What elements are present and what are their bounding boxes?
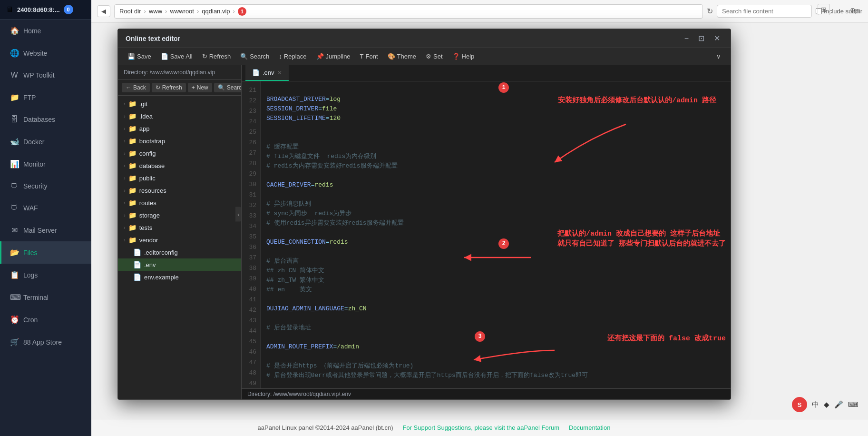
save-all-button[interactable]: 📄 Save All — [157, 51, 196, 62]
save-all-icon: 📄 — [161, 53, 168, 60]
code-line[interactable]: ## en 英文 — [266, 285, 725, 295]
code-line[interactable] — [266, 314, 725, 323]
tree-refresh-button[interactable]: ↻ Refresh — [152, 83, 186, 92]
support-link[interactable]: For Support Suggestions, please visit th… — [402, 424, 559, 431]
tree-item-label: resources — [139, 187, 166, 194]
code-line[interactable] — [266, 133, 725, 142]
tree-search-button[interactable]: 🔍 Search — [214, 83, 242, 92]
code-line[interactable] — [266, 123, 725, 133]
tree-item[interactable]: › 📁 routes — [118, 197, 241, 209]
code-line[interactable]: # 是否开启https （前端开启了后端也必须为true) — [266, 361, 725, 371]
code-line[interactable]: ## zh_TW 繁体中文 — [266, 276, 725, 285]
sidebar-label-cron: Cron — [23, 316, 38, 324]
sidebar-item-cron[interactable]: ⏰ Cron — [0, 308, 91, 331]
sidebar-item-website[interactable]: 🌐 Website — [0, 42, 91, 64]
code-line[interactable]: SESSION_DRIVER=file — [266, 104, 725, 114]
font-button[interactable]: T Font — [356, 51, 382, 62]
help-button[interactable]: ❓ Help — [449, 51, 478, 62]
sidebar-item-app-store[interactable]: 🛒 88 App Store — [0, 331, 91, 353]
sidebar-item-security[interactable]: 🛡 Security — [0, 175, 91, 197]
system-tray: S 中 ◆ 🎤 ⌨ — [792, 397, 858, 412]
sidebar-item-mail-server[interactable]: ✉ Mail Server — [0, 219, 91, 241]
modal-controls: − ⊡ ✕ — [682, 33, 723, 44]
sidebar-item-logs[interactable]: 📋 Logs — [0, 264, 91, 286]
tree-new-button[interactable]: + New — [188, 83, 212, 92]
settings-icon: ⚙ — [426, 53, 431, 60]
code-line[interactable]: # sync为同步 redis为异步 — [266, 209, 725, 218]
code-line[interactable]: # 异步消息队列 — [266, 199, 725, 209]
path-refresh-button[interactable]: ↻ — [707, 7, 713, 16]
sidebar-item-terminal[interactable]: ⌨ Terminal — [0, 286, 91, 308]
modal-minimize-button[interactable]: − — [682, 33, 692, 44]
code-line[interactable]: # 缓存配置 — [266, 142, 725, 152]
tree-item[interactable]: › 📁 database — [118, 159, 241, 172]
tree-item[interactable]: › 📁 tests — [118, 221, 241, 234]
tree-item[interactable]: › 📁 config — [118, 147, 241, 159]
code-line[interactable] — [266, 171, 725, 180]
theme-button[interactable]: 🎨 Theme — [384, 51, 420, 62]
code-line[interactable] — [266, 380, 725, 388]
search-file-input[interactable] — [717, 5, 812, 18]
sidebar-item-ftp[interactable]: 📁 FTP — [0, 86, 91, 109]
code-line[interactable] — [266, 190, 725, 199]
tree-item-label: tests — [139, 224, 152, 231]
code-line[interactable]: # file为磁盘文件 redis为内存级别 — [266, 152, 725, 161]
tree-item[interactable]: 📄 env.example — [118, 271, 241, 283]
sidebar-item-monitor[interactable]: 📊 Monitor — [0, 153, 91, 175]
tree-new-icon: + — [192, 84, 195, 91]
collapse-panel-button[interactable]: ‹ — [235, 207, 241, 222]
tree-item[interactable]: › 📁 resources — [118, 184, 241, 197]
sidebar-item-waf[interactable]: 🛡 WAF — [0, 197, 91, 219]
code-line[interactable]: DUJIAO_ADMIN_LANGUAGE=zh_CN — [266, 304, 725, 314]
tree-item[interactable]: › 📁 app — [118, 122, 241, 135]
grid-view-button[interactable]: ⊞ — [818, 4, 830, 15]
code-line[interactable]: ## zh_CN 简体中文 — [266, 266, 725, 276]
code-editor[interactable]: 2122232425262728293031323334353637383940… — [242, 81, 731, 388]
code-line[interactable] — [266, 85, 725, 95]
tree-item[interactable]: › 📁 public — [118, 172, 241, 184]
code-line[interactable]: SESSION_LIFETIME=120 — [266, 114, 725, 123]
set-button[interactable]: ⚙ Set — [422, 51, 447, 62]
replace-button[interactable]: ↕ Replace — [275, 51, 310, 62]
line-number: 48 — [242, 368, 260, 378]
code-line[interactable]: # 后台登录出现0err或者其他登录异常问题，大概率是开启了https而后台没有… — [266, 371, 725, 380]
modal-maximize-button[interactable]: ⊡ — [695, 33, 707, 44]
sidebar-item-databases[interactable]: 🗄 Databases — [0, 109, 91, 130]
code-line[interactable]: # 使用redis异步需要安装好redis服务端并配置 — [266, 218, 725, 228]
tree-item[interactable]: › 📁 .idea — [118, 110, 241, 122]
docs-link[interactable]: Documentation — [569, 424, 610, 431]
theme-icon: 🎨 — [388, 53, 395, 60]
files-icon: 📂 — [10, 248, 19, 257]
code-line[interactable]: ADMIN_ROUTE_PREFIX=/admin — [266, 342, 725, 352]
tab-env[interactable]: 📄 .env ✕ — [245, 65, 289, 81]
chevron-icon: › — [124, 150, 126, 156]
refresh-button[interactable]: ↻ Refresh — [198, 51, 235, 62]
code-line[interactable]: CACHE_DRIVER=redis — [266, 180, 725, 190]
tree-item[interactable]: › 📁 vendor — [118, 234, 241, 246]
save-button[interactable]: 💾 Save — [124, 51, 155, 62]
sidebar-item-wp-toolkit[interactable]: W WP Toolkit — [0, 64, 91, 86]
tree-item[interactable]: › 📁 .git — [118, 98, 241, 110]
code-line[interactable]: # redis为内存需要安装好redis服务端并配置 — [266, 161, 725, 171]
tree-item[interactable]: › 📁 bootstrap — [118, 135, 241, 147]
tree-item[interactable]: › 📁 storage — [118, 209, 241, 221]
code-line[interactable]: # 后台登录地址 — [266, 323, 725, 333]
code-line[interactable]: # 后台语言 — [266, 257, 725, 266]
search-button[interactable]: 🔍 Search — [236, 51, 273, 62]
tree-item[interactable]: 📄 .editorconfig — [118, 246, 241, 258]
code-line[interactable] — [266, 352, 725, 361]
chevron-icon: › — [124, 175, 126, 181]
lang-icon: 中 — [812, 400, 819, 409]
modal-close-button[interactable]: ✕ — [711, 33, 723, 44]
tree-back-button[interactable]: ← Back — [122, 83, 150, 92]
tab-close-button[interactable]: ✕ — [277, 69, 282, 76]
sidebar-item-home[interactable]: 🏠 Home — [0, 20, 91, 42]
tree-item[interactable]: 📄 .env — [118, 258, 241, 271]
sidebar-item-docker[interactable]: 🐋 Docker — [0, 130, 91, 153]
back-button[interactable]: ◀ — [97, 5, 110, 17]
code-line[interactable] — [266, 295, 725, 304]
tree-item-label: storage — [139, 212, 160, 219]
jumpline-button[interactable]: 📌 Jumpline — [312, 51, 354, 62]
sidebar-item-files[interactable]: 📂 Files — [0, 241, 91, 264]
dropdown-button[interactable]: ∨ — [712, 51, 725, 62]
